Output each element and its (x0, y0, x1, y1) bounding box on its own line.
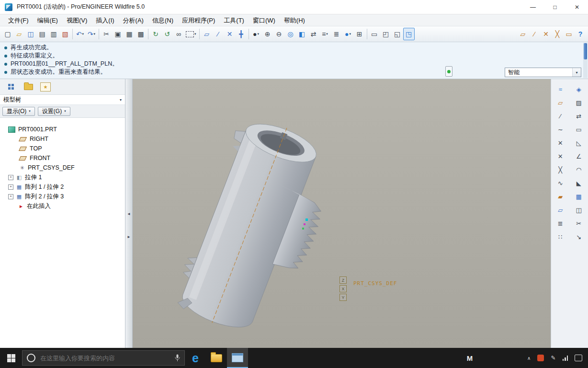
menu-edit[interactable]: 编辑(E) (33, 14, 62, 26)
style-tool-button[interactable]: ≈ (552, 83, 568, 96)
tray-pen-icon[interactable]: ✎ (551, 355, 555, 361)
tree-settings-button[interactable]: 设置(G) ▾ (38, 107, 70, 116)
action-center-icon[interactable] (575, 355, 582, 361)
menu-applications[interactable]: 应用程序(P) (178, 14, 219, 26)
annotation-axis-button[interactable]: ∕ (529, 28, 540, 40)
refit-button[interactable]: ◎ (285, 28, 296, 40)
chevron-down-icon[interactable]: ▾ (572, 68, 581, 77)
graphics-viewport[interactable]: Z X Y PRT_CSYS_DEF (133, 79, 551, 348)
render-style-button[interactable]: ●▾ (342, 28, 354, 40)
navigator-title-bar[interactable]: 模型树 ▾ (0, 95, 125, 105)
proe-app-button[interactable] (227, 348, 248, 368)
minimize-button[interactable]: — (522, 0, 544, 14)
regenerate-button[interactable]: ↻ (150, 28, 161, 40)
round-tool-button[interactable]: ◠ (571, 163, 587, 176)
context-help-button[interactable]: ? (575, 28, 586, 40)
datum-csys-display-toggle[interactable]: ╋ (236, 28, 247, 40)
annotation-plane-button[interactable]: ▱ (517, 28, 529, 40)
folder-browser-tab[interactable] (22, 81, 34, 92)
tree-item-front-plane[interactable]: FRONT (0, 153, 125, 163)
menu-window[interactable]: 窗口(W) (249, 14, 280, 26)
mirror-tool-button[interactable]: ◫ (571, 204, 587, 217)
cut-button[interactable]: ✂ (101, 28, 112, 40)
datum-axis-tool-button[interactable]: ∕ (552, 110, 568, 123)
panel-splitter[interactable]: ◄ ► (125, 79, 133, 348)
menu-info[interactable]: 信息(N) (148, 14, 178, 26)
expand-panel-button[interactable]: ► (126, 230, 132, 243)
selection-filter-combobox[interactable]: 智能 ▾ (505, 68, 581, 77)
print-button[interactable]: ▤ (36, 28, 48, 40)
annotation-target-button[interactable]: ▭ (563, 28, 575, 40)
extend-tool-button[interactable]: ↘ (571, 230, 587, 243)
layers-tool-button[interactable]: ≣ (552, 217, 568, 230)
tray-chevron-up-icon[interactable]: ∧ (527, 356, 531, 361)
tree-item-top-plane[interactable]: TOP (0, 144, 125, 153)
saved-views-button[interactable]: ≡▾ (319, 28, 331, 40)
repaint-button[interactable]: ◧ (296, 28, 308, 40)
csys-tag-label[interactable]: PRT_CSYS_DEF (353, 280, 397, 287)
zoom-in-button[interactable]: ⊕ (262, 28, 273, 40)
menu-tools[interactable]: 工具(T) (219, 14, 249, 26)
tree-item-insert-here[interactable]: ► 在此插入 (0, 201, 125, 211)
boundary-blend-tool-button[interactable]: ◈ (571, 83, 587, 96)
datum-csys-tool-button[interactable]: ╳ (552, 163, 568, 176)
tree-item-pattern-1[interactable]: + ▦ 阵列 1 / 拉伸 2 (0, 182, 125, 192)
redo-button[interactable]: ↷▾ (86, 28, 97, 40)
datum-point-tool-button[interactable]: ✕ (552, 137, 568, 150)
edge-app-button[interactable]: e (185, 348, 206, 368)
expand-icon[interactable]: + (8, 184, 13, 190)
menu-insert[interactable]: 插入(I) (91, 14, 118, 26)
rib-tool-button[interactable]: ◺ (571, 137, 587, 150)
scrollbar-thumb[interactable] (584, 43, 587, 59)
undo-button[interactable]: ↶▾ (74, 28, 86, 40)
tree-item-right-plane[interactable]: RIGHT (0, 134, 125, 144)
active-window-button[interactable]: ◳ (403, 28, 415, 40)
tray-app-icon[interactable] (537, 355, 544, 361)
tree-item-part[interactable]: PRT0001.PRT (0, 125, 125, 134)
datum-point-display-toggle[interactable]: ✕ (224, 28, 236, 40)
paste-button[interactable]: ▦ (124, 28, 135, 40)
window-button-1[interactable]: ▭ (369, 28, 380, 40)
offset-point-tool-button[interactable]: ✕ (552, 150, 568, 163)
delete-old-versions-button[interactable]: ▧ (59, 28, 71, 40)
print-preview-button[interactable]: ▥ (48, 28, 59, 40)
message-scrollbar[interactable] (583, 43, 588, 78)
tree-item-pattern-2[interactable]: + ▦ 阵列 2 / 拉伸 3 (0, 192, 125, 201)
menu-analysis[interactable]: 分析(A) (119, 14, 148, 26)
internal-sketch-tool-button[interactable]: ▰ (552, 190, 568, 203)
sketch-tool-button[interactable]: ▱ (552, 96, 568, 109)
chamfer-tool-button[interactable]: ◣ (571, 177, 587, 190)
find-button[interactable]: ∞ (173, 28, 184, 40)
save-button[interactable]: ◫ (25, 28, 36, 40)
reorient-button[interactable]: ⇄ (308, 28, 319, 40)
helical-sweep-tool-button[interactable]: ∿ (552, 177, 568, 190)
copy-button[interactable]: ▣ (112, 28, 124, 40)
window-button-3[interactable]: ◱ (392, 28, 403, 40)
collapse-panel-button[interactable]: ◄ (126, 207, 132, 220)
draft-tool-button[interactable]: ∠ (571, 150, 587, 163)
start-button[interactable] (0, 348, 22, 368)
selection-box-button[interactable]: ▾ (184, 28, 198, 40)
taskbar-search-box[interactable] (22, 350, 185, 366)
favorites-tab[interactable]: ★ (39, 81, 52, 92)
datum-axis-display-toggle[interactable]: ∕ (213, 28, 224, 40)
tree-show-button[interactable]: 显示(O) ▾ (2, 107, 35, 116)
shell-tool-button[interactable]: ▭ (571, 123, 587, 136)
layers-button[interactable]: ≣ (331, 28, 342, 40)
shading-mode-button[interactable]: ●▾ (250, 28, 262, 40)
menu-view[interactable]: 视图(V) (62, 14, 91, 26)
annotation-csys-button[interactable]: ╳ (552, 28, 563, 40)
maximize-button[interactable]: □ (544, 0, 566, 14)
menu-file[interactable]: 文件(F) (4, 14, 33, 26)
datum-plane-display-toggle[interactable]: ▱ (201, 28, 213, 40)
datum-curve-tool-button[interactable]: ∼ (552, 123, 568, 136)
expand-icon[interactable]: + (8, 175, 13, 180)
zoom-out-button[interactable]: ⊖ (273, 28, 285, 40)
trim-tool-button[interactable]: ✂ (571, 217, 587, 230)
file-explorer-app-button[interactable] (206, 348, 227, 368)
tree-item-csys[interactable]: ✳ PRT_CSYS_DEF (0, 163, 125, 172)
m-app-button[interactable]: M (459, 348, 480, 368)
close-button[interactable]: ✕ (566, 0, 588, 14)
pattern-tool-button[interactable]: ▦ (571, 190, 587, 203)
expand-icon[interactable]: + (8, 194, 13, 199)
